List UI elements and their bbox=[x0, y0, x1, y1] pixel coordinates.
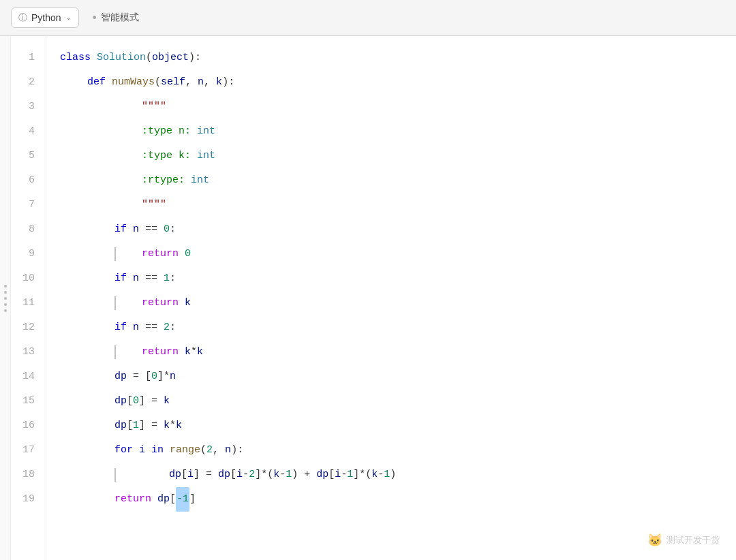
code-line-1: class Solution(object): bbox=[60, 46, 722, 70]
docstring-close: """" bbox=[142, 193, 166, 217]
keyword-return-9: return bbox=[142, 242, 185, 266]
var-k-16a: k bbox=[164, 414, 170, 438]
keyword-if-8: if bbox=[114, 217, 133, 242]
side-dot-4 bbox=[4, 303, 7, 306]
param-n: n bbox=[198, 70, 204, 95]
num-1-10: 1 bbox=[164, 266, 170, 291]
var-i-18: i bbox=[187, 463, 194, 487]
line-num-3: 3 bbox=[11, 95, 46, 119]
side-handle[interactable] bbox=[0, 36, 11, 560]
code-line-12: if n == 2: bbox=[60, 315, 722, 340]
num-1-18b: 1 bbox=[347, 463, 353, 487]
var-i-17: i bbox=[139, 438, 145, 463]
code-content[interactable]: class Solution(object): def numWays(self… bbox=[46, 36, 736, 560]
code-line-10: if n == 1: bbox=[60, 266, 722, 291]
docstring-open: """" bbox=[142, 95, 166, 119]
line-num-13: 13 bbox=[11, 340, 46, 364]
paren-close: ): bbox=[189, 46, 201, 70]
type-int-4: int bbox=[197, 119, 215, 144]
num-1-16: 1 bbox=[133, 414, 139, 438]
code-line-9: return 0 bbox=[60, 242, 722, 266]
info-icon: ⓘ bbox=[18, 12, 27, 24]
code-line-6: :rtype: int bbox=[60, 168, 722, 193]
line-num-10: 10 bbox=[11, 266, 46, 291]
num-2-12: 2 bbox=[164, 315, 170, 340]
type-int-6: int bbox=[191, 168, 209, 193]
keyword-if-12: if bbox=[114, 315, 133, 340]
var-i-18c: i bbox=[335, 463, 341, 487]
line-num-1: 1 bbox=[11, 46, 46, 70]
side-dot-3 bbox=[4, 297, 7, 300]
var-k-18b: k bbox=[371, 463, 378, 487]
line-num-8: 8 bbox=[11, 217, 46, 242]
line-num-11: 11 bbox=[11, 291, 46, 315]
num-0-8: 0 bbox=[164, 217, 170, 242]
var-dp-14: dp bbox=[114, 364, 127, 389]
var-dp-19: dp bbox=[157, 487, 170, 512]
function-name: numWays bbox=[112, 70, 155, 95]
num-2-17: 2 bbox=[206, 438, 213, 463]
num-1-18a: 1 bbox=[286, 463, 292, 487]
var-dp-15: dp bbox=[114, 389, 127, 414]
code-line-8: if n == 0: bbox=[60, 217, 722, 242]
side-dot-2 bbox=[4, 291, 7, 294]
fn-range: range bbox=[170, 438, 200, 463]
code-line-19: return dp[-1] bbox=[60, 487, 722, 512]
language-selector[interactable]: ⓘ Python ⌄ bbox=[11, 7, 79, 28]
code-line-4: :type n: int bbox=[60, 119, 722, 144]
var-i-18b: i bbox=[236, 463, 243, 487]
param-k: k bbox=[216, 70, 222, 95]
keyword-def: def bbox=[87, 70, 112, 95]
side-dot-1 bbox=[4, 285, 7, 287]
chevron-down-icon: ⌄ bbox=[65, 13, 72, 22]
line-num-15: 15 bbox=[11, 389, 46, 414]
var-k-11: k bbox=[185, 291, 191, 315]
paren-open: ( bbox=[146, 46, 152, 70]
code-line-14: dp = [0]*n bbox=[60, 364, 722, 389]
line-num-9: 9 bbox=[11, 242, 46, 266]
keyword-if-10: if bbox=[114, 266, 133, 291]
line-numbers: 1 2 3 4 5 6 7 8 9 10 11 12 13 14 15 16 1… bbox=[11, 36, 46, 560]
class-name: Solution bbox=[97, 46, 146, 70]
var-dp-i1: dp bbox=[316, 463, 328, 487]
var-n-14: n bbox=[170, 364, 176, 389]
keyword-return-13: return bbox=[142, 340, 185, 364]
rtype-comment: :rtype: bbox=[142, 168, 191, 193]
num-0-15: 0 bbox=[133, 389, 139, 414]
var-dp-16: dp bbox=[114, 414, 127, 438]
side-dot-5 bbox=[4, 309, 7, 312]
num-0-14: 0 bbox=[151, 364, 157, 389]
line-num-19: 19 bbox=[11, 487, 46, 512]
code-line-13: return k*k bbox=[60, 340, 722, 364]
type-int-5: int bbox=[197, 144, 215, 168]
code-line-7: """" bbox=[60, 193, 722, 217]
var-dp-i2: dp bbox=[218, 463, 230, 487]
smart-mode-dot: • bbox=[93, 12, 97, 24]
line-num-17: 17 bbox=[11, 438, 46, 463]
line-num-18: 18 bbox=[11, 463, 46, 487]
keyword-for: for bbox=[114, 438, 139, 463]
num-minus1: -1 bbox=[177, 493, 189, 505]
keyword-class: class bbox=[60, 46, 97, 70]
line-num-16: 16 bbox=[11, 414, 46, 438]
keyword-return-11: return bbox=[142, 291, 185, 315]
var-n-10: n bbox=[133, 266, 139, 291]
keyword-return-19: return bbox=[114, 487, 157, 512]
watermark-text: 测试开发干货 bbox=[666, 534, 720, 546]
line-num-5: 5 bbox=[11, 144, 46, 168]
var-k-13a: k bbox=[185, 340, 191, 364]
line-num-2: 2 bbox=[11, 70, 46, 95]
language-label: Python bbox=[31, 12, 61, 23]
code-line-2: def numWays(self, n, k): bbox=[60, 70, 722, 95]
var-dp-18: dp bbox=[169, 463, 181, 487]
type-k-comment: :type k: bbox=[142, 144, 197, 168]
num-0-9: 0 bbox=[185, 242, 191, 266]
line-num-12: 12 bbox=[11, 315, 46, 340]
var-n-8: n bbox=[133, 217, 139, 242]
code-line-3: """" bbox=[60, 95, 722, 119]
var-n-17: n bbox=[225, 438, 231, 463]
line-num-7: 7 bbox=[11, 193, 46, 217]
smart-mode-label: 智能模式 bbox=[101, 12, 139, 24]
watermark-icon: 🐱 bbox=[647, 533, 662, 548]
type-n-comment: :type n: bbox=[142, 119, 197, 144]
